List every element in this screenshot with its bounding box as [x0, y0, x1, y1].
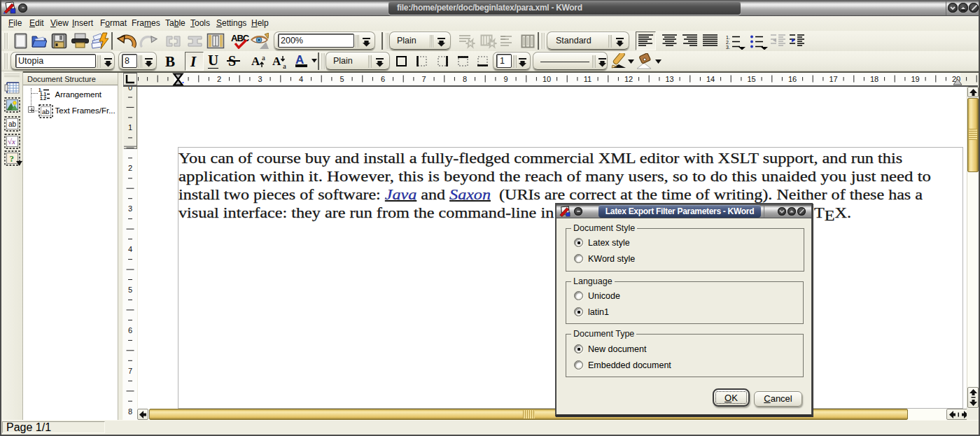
svg-text:11: 11	[584, 75, 592, 83]
svg-text:12: 12	[624, 75, 633, 83]
svg-text:0: 0	[128, 87, 132, 92]
svg-text:14: 14	[706, 75, 715, 83]
svg-text:6: 6	[381, 75, 385, 83]
svg-text:ab: ab	[8, 120, 17, 128]
svg-text:1.: 1.	[726, 35, 730, 40]
svg-text:A: A	[251, 55, 260, 68]
svg-text:2: 2	[217, 75, 221, 83]
svg-text:13: 13	[665, 75, 673, 83]
svg-text:√x: √x	[8, 137, 15, 146]
svg-text:6: 6	[128, 326, 132, 335]
svg-text:17: 17	[829, 75, 837, 83]
svg-text:2: 2	[128, 164, 132, 172]
svg-text:1: 1	[128, 123, 132, 132]
svg-text:9: 9	[503, 75, 507, 83]
svg-text:15: 15	[747, 75, 755, 83]
svg-text:10: 10	[542, 75, 551, 83]
svg-text:5: 5	[128, 286, 132, 294]
svg-text:4: 4	[128, 245, 132, 253]
svg-text:7: 7	[128, 367, 132, 375]
svg-text:4: 4	[299, 75, 303, 83]
svg-text:16: 16	[788, 75, 797, 83]
svg-text:2.: 2.	[726, 40, 730, 45]
svg-text:A: A	[272, 55, 281, 68]
svg-text:3: 3	[128, 204, 132, 213]
svg-text:a: a	[283, 62, 286, 69]
svg-text:3.: 3.	[726, 45, 730, 50]
svg-text:a: a	[262, 53, 265, 62]
svg-text:5: 5	[340, 75, 344, 83]
svg-text:18: 18	[870, 75, 878, 83]
svg-text:8: 8	[128, 407, 132, 416]
svg-text:?: ?	[10, 153, 15, 164]
svg-text:7: 7	[421, 75, 426, 83]
svg-text:1.2: 1.2	[40, 96, 46, 101]
svg-text:ab: ab	[42, 108, 50, 115]
svg-text:8: 8	[463, 75, 467, 83]
svg-text:19: 19	[911, 75, 919, 83]
svg-text:3: 3	[258, 75, 262, 83]
